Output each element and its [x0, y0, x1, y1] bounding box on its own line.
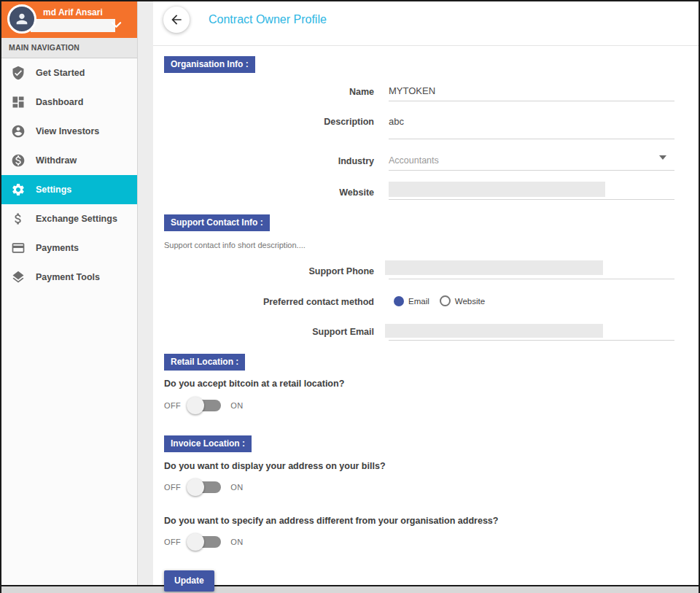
sidebar-section-label: MAIN NAVIGATION [1, 38, 137, 58]
gear-icon [10, 182, 26, 198]
toggle-on-label: ON [230, 483, 243, 492]
sidebar-item-get-started[interactable]: Get Started [1, 58, 137, 88]
chevron-down-icon[interactable] [111, 20, 122, 29]
content-gutter [138, 1, 153, 585]
industry-select[interactable]: Accountants [389, 155, 439, 166]
description-input[interactable]: abc [389, 116, 404, 127]
sidebar-item-payment-tools[interactable]: Payment Tools [1, 263, 137, 292]
sidebar-item-settings[interactable]: Settings [1, 175, 137, 204]
sidebar-item-withdraw[interactable]: Withdraw [1, 146, 137, 175]
layers-icon [10, 269, 26, 285]
invoice-address-toggle[interactable] [188, 481, 221, 493]
toggle-off-label: OFF [164, 538, 181, 546]
user-email-field[interactable] [31, 19, 115, 32]
sidebar-item-dashboard[interactable]: Dashboard [1, 88, 137, 117]
support-contact-info-badge: Support Contact Info : [164, 214, 270, 231]
support-phone-input[interactable] [385, 260, 603, 275]
dropdown-caret-icon[interactable] [659, 155, 666, 160]
sidebar-item-payments[interactable]: Payments [1, 233, 137, 263]
toggle-off-label: OFF [164, 401, 181, 410]
back-button[interactable] [163, 7, 190, 33]
page-header: Contract Owner Profile [153, 1, 699, 46]
sidebar-item-label: Settings [36, 185, 71, 195]
radio-website-label: Website [455, 297, 485, 306]
sidebar-item-label: Payment Tools [36, 272, 100, 282]
support-phone-underline [389, 279, 674, 279]
dollar-icon [10, 211, 26, 227]
radio-email-label: Email [408, 297, 429, 306]
invoice-toggle-row-2: OFF ON [164, 533, 244, 551]
toggle-knob [187, 397, 204, 414]
person-circle-icon [10, 123, 26, 139]
name-label: Name [153, 87, 374, 97]
toggle-knob [187, 478, 204, 496]
sidebar-item-label: Get Started [36, 68, 85, 78]
main-content: Contract Owner Profile Organisation Info… [153, 1, 699, 585]
user-panel: md Arif Ansari [1, 1, 137, 38]
shield-check-icon [10, 65, 26, 81]
description-input-underline [389, 139, 674, 139]
different-address-toggle[interactable] [188, 536, 221, 548]
retail-location-badge: Retail Location : [164, 354, 245, 371]
sidebar-item-label: View Investors [36, 126, 99, 136]
support-email-input[interactable] [385, 324, 603, 338]
person-silhouette-icon [14, 11, 30, 27]
industry-label: Industry [153, 156, 374, 166]
toggle-on-label: ON [230, 538, 243, 546]
toggle-off-label: OFF [164, 483, 181, 492]
sidebar-item-exchange-settings[interactable]: Exchange Settings [1, 204, 137, 233]
app-window: md Arif Ansari MAIN NAVIGATION Get Start… [0, 0, 700, 593]
website-input-underline [389, 199, 674, 200]
retail-question: Do you accept bitcoin at a retail locati… [164, 379, 344, 389]
invoice-question-1: Do you want to display your address on y… [164, 461, 386, 471]
invoice-question-2: Do you want to specify an address differ… [164, 516, 498, 526]
credit-card-icon [10, 240, 26, 256]
support-email-label: Support Email [153, 327, 374, 337]
invoice-toggle-row-1: OFF ON [164, 478, 244, 496]
update-button[interactable]: Update [164, 570, 214, 592]
organisation-info-badge: Organisation Info : [164, 56, 255, 73]
support-phone-label: Support Phone [153, 266, 374, 276]
sidebar-item-label: Dashboard [36, 97, 83, 107]
support-email-underline [389, 340, 674, 341]
arrow-left-icon [169, 12, 184, 27]
invoice-location-badge: Invoice Location : [164, 435, 252, 452]
name-input-underline [389, 101, 674, 101]
contact-method-radio-group: Email Website [394, 295, 495, 306]
description-label: Description [153, 117, 374, 127]
sidebar-item-label: Withdraw [36, 155, 77, 166]
sidebar-item-view-investors[interactable]: View Investors [1, 117, 137, 146]
retail-toggle-row: OFF ON [164, 397, 244, 414]
industry-select-underline [389, 170, 674, 171]
page-title: Contract Owner Profile [209, 13, 327, 26]
toggle-on-label: ON [230, 401, 243, 410]
window-bottom-edge [1, 585, 699, 593]
preferred-contact-method-label: Preferred contact method [153, 297, 374, 307]
sidebar-item-label: Payments [36, 243, 79, 253]
radio-email-selected[interactable] [394, 296, 404, 306]
support-section-description: Support contact info short description..… [164, 241, 306, 249]
website-label: Website [153, 187, 374, 198]
sidebar-item-label: Exchange Settings [36, 214, 117, 224]
dashboard-icon [10, 94, 26, 110]
user-name: md Arif Ansari [43, 7, 103, 18]
website-input[interactable] [389, 182, 605, 197]
sidebar: md Arif Ansari MAIN NAVIGATION Get Start… [1, 1, 138, 585]
dollar-circle-icon [10, 152, 26, 168]
retail-toggle[interactable] [188, 400, 221, 411]
name-input[interactable]: MYTOKEN [389, 85, 435, 96]
toggle-knob [187, 533, 204, 551]
radio-website-unselected[interactable] [440, 295, 451, 306]
avatar [7, 4, 36, 34]
